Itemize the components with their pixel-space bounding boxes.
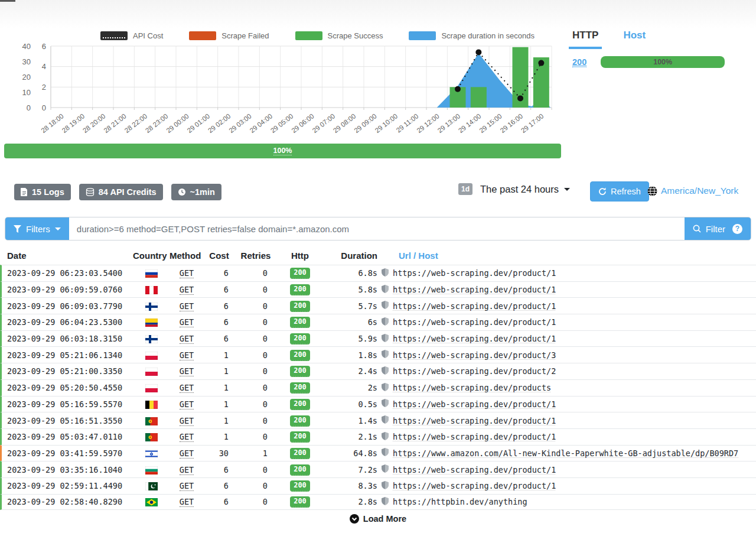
log-row[interactable]: 2023-09-29 06:04:23.5300GET602006shttps:…: [0, 314, 756, 330]
filter-apply-button[interactable]: Filter ?: [685, 217, 751, 240]
log-url-link[interactable]: https://web-scraping.dev/product/1: [393, 334, 556, 343]
http-status-badge[interactable]: 200: [290, 480, 310, 492]
log-method[interactable]: GET: [170, 448, 204, 458]
log-http-status[interactable]: 200: [277, 349, 323, 361]
log-method[interactable]: GET: [170, 416, 204, 425]
filters-dropdown-button[interactable]: Filters: [5, 217, 69, 240]
log-url-link[interactable]: https://web-scraping.dev/product/1: [393, 416, 556, 425]
log-url-link[interactable]: https://web-scraping.dev/product/1: [393, 268, 556, 278]
log-http-status[interactable]: 200: [277, 431, 323, 443]
svg-text:29 09:00: 29 09:00: [353, 112, 378, 134]
log-row[interactable]: 2023-09-29 05:03:47.0110GET102002.1shttp…: [0, 428, 756, 445]
http-status-badge[interactable]: 200: [290, 317, 310, 328]
log-method[interactable]: GET: [170, 317, 204, 327]
log-row[interactable]: 2023-09-29 03:41:59.5970GET30120064.8sht…: [0, 445, 756, 462]
log-method[interactable]: GET: [170, 432, 204, 441]
http-status-badge[interactable]: 200: [290, 350, 310, 361]
timezone-link[interactable]: America/New_York: [661, 186, 738, 196]
log-http-status[interactable]: 200: [277, 415, 323, 427]
log-method[interactable]: GET: [170, 465, 204, 474]
http-status-badge[interactable]: 200: [290, 268, 310, 279]
column-header-url-host[interactable]: Url / Host: [393, 251, 756, 261]
log-row[interactable]: 2023-09-29 02:59:11.4490GET602008.3shttp…: [0, 477, 756, 494]
log-http-status[interactable]: 200: [277, 382, 323, 394]
legend-item[interactable]: API Cost: [100, 31, 163, 40]
tab-http[interactable]: HTTP: [569, 27, 602, 49]
log-row[interactable]: 2023-09-29 05:20:50.4550GET102002shttps:…: [0, 379, 756, 396]
http-status-badge[interactable]: 200: [290, 464, 310, 476]
tab-host[interactable]: Host: [620, 27, 649, 49]
log-url-link[interactable]: https://web-scraping.dev/product/1: [393, 285, 556, 294]
http-status-badge[interactable]: 200: [290, 333, 310, 344]
log-row[interactable]: 2023-09-29 06:03:18.3150GET602005.9shttp…: [0, 330, 756, 347]
log-method[interactable]: GET: [170, 366, 204, 376]
log-row[interactable]: 2023-09-29 06:09:03.7790GET602005.7shttp…: [0, 297, 756, 314]
refresh-button[interactable]: Refresh: [590, 181, 649, 202]
http-status-badge[interactable]: 200: [290, 366, 310, 377]
shield-icon: [382, 464, 389, 473]
log-http-status[interactable]: 200: [277, 365, 323, 377]
log-http-status[interactable]: 200: [277, 333, 323, 344]
log-method[interactable]: GET: [170, 301, 204, 311]
log-method[interactable]: GET: [170, 383, 204, 392]
log-http-status[interactable]: 200: [277, 284, 323, 295]
log-method[interactable]: GET: [170, 285, 204, 294]
log-url-link[interactable]: https://httpbin.dev/anything: [393, 497, 527, 506]
success-rate-label[interactable]: 100%: [273, 147, 292, 155]
log-url-link[interactable]: https://web-scraping.dev/products: [393, 383, 551, 392]
api-credits-badge: 84 API Credits: [79, 184, 163, 200]
log-row[interactable]: 2023-09-29 02:58:40.8290GET602002.8shttp…: [0, 494, 756, 511]
log-http-status[interactable]: 200: [277, 316, 323, 328]
log-url-link[interactable]: https://web-scraping.dev/product/1: [393, 399, 556, 409]
log-url-link[interactable]: https://web-scraping.dev/product/1: [393, 301, 556, 311]
log-row[interactable]: 2023-09-29 05:16:59.5570GET102000.5shttp…: [0, 396, 756, 412]
log-method[interactable]: GET: [170, 481, 204, 490]
log-method[interactable]: GET: [170, 334, 204, 343]
log-url-link[interactable]: https://web-scraping.dev/product/3: [393, 350, 556, 360]
log-row[interactable]: 2023-09-29 03:35:16.1040GET602007.2shttp…: [0, 461, 756, 477]
log-http-status[interactable]: 200: [277, 300, 323, 312]
refresh-icon: [598, 187, 607, 196]
http-status-badge[interactable]: 200: [290, 448, 310, 459]
log-row[interactable]: 2023-09-29 05:21:00.3350GET102002.4shttp…: [0, 363, 756, 379]
range-dropdown[interactable]: The past 24 hours: [480, 184, 570, 195]
log-method[interactable]: GET: [170, 268, 204, 278]
log-method[interactable]: GET: [170, 399, 204, 409]
load-more-button[interactable]: Load More: [0, 514, 756, 524]
filter-query-input[interactable]: [69, 217, 685, 240]
legend-item[interactable]: Scrape Success: [295, 31, 383, 40]
log-url-link[interactable]: https://web-scraping.dev/product/1: [393, 481, 556, 490]
log-http-status[interactable]: 200: [277, 464, 323, 476]
http-status-badge[interactable]: 200: [290, 496, 310, 508]
log-method[interactable]: GET: [170, 497, 204, 506]
log-method[interactable]: GET: [170, 350, 204, 360]
log-url-link[interactable]: https://www.amazon.com/All-new-Kindle-Pa…: [393, 448, 738, 458]
http-status-badge[interactable]: 200: [290, 301, 310, 312]
log-row[interactable]: 2023-09-29 05:16:51.3550GET102001.4shttp…: [0, 412, 756, 428]
log-country: [133, 465, 170, 474]
legend-item[interactable]: Scrape duration in seconds: [409, 31, 535, 40]
http-status-badge[interactable]: 200: [290, 415, 310, 427]
log-url-link[interactable]: https://web-scraping.dev/product/2: [393, 366, 556, 376]
http-status-badge[interactable]: 200: [290, 399, 310, 410]
log-url-link[interactable]: https://web-scraping.dev/product/1: [393, 317, 556, 327]
log-http-status[interactable]: 200: [277, 480, 323, 492]
http-status-badge[interactable]: 200: [290, 382, 310, 394]
flag-bg-icon: [145, 466, 158, 474]
log-url-link[interactable]: https://web-scraping.dev/product/1: [393, 432, 556, 441]
help-icon[interactable]: ?: [732, 224, 742, 234]
log-row[interactable]: 2023-09-29 05:21:06.1340GET102001.8shttp…: [0, 346, 756, 363]
log-url-link[interactable]: https://web-scraping.dev/product/1: [393, 465, 556, 474]
log-http-status[interactable]: 200: [277, 447, 323, 459]
http-status-badge[interactable]: 200: [290, 284, 310, 295]
log-http-status[interactable]: 200: [277, 398, 323, 410]
log-duration: 6s: [323, 317, 377, 327]
log-retries: 0: [234, 497, 277, 506]
status-code-link[interactable]: 200: [572, 57, 586, 67]
log-row[interactable]: 2023-09-29 06:09:59.0760GET602005.8shttp…: [0, 281, 756, 298]
legend-item[interactable]: Scrape Failed: [189, 31, 269, 40]
log-http-status[interactable]: 200: [277, 267, 323, 279]
http-status-badge[interactable]: 200: [290, 431, 310, 443]
log-row[interactable]: 2023-09-29 06:23:03.5400GET602006.8shttp…: [0, 265, 756, 281]
log-http-status[interactable]: 200: [277, 496, 323, 508]
